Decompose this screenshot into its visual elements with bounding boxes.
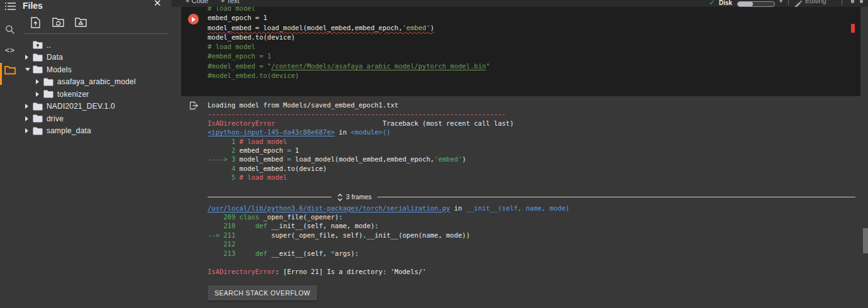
- resources-caret-icon[interactable]: ▾: [779, 0, 782, 4]
- output-line: --> 211 super(_open_file, self).__init__…: [208, 231, 855, 239]
- files-sidebar: Files ✕ ..DataModelsasafaya_arabic_model…: [20, 0, 172, 308]
- output-line: <ipython-input-145-da43c88e687e> in <mod…: [208, 128, 855, 136]
- tree-item-drive[interactable]: drive: [20, 113, 172, 125]
- output-line: ----> 3 model_embed = load_model(model_e…: [208, 155, 855, 163]
- code-segment: 4: [208, 165, 240, 172]
- tree-item-label: Models: [47, 65, 72, 74]
- add-code-button[interactable]: + Code: [186, 0, 208, 4]
- mount-drive-icon[interactable]: [74, 17, 87, 28]
- tree-item-label: Data: [47, 53, 63, 62]
- code-segment: 212: [208, 240, 240, 248]
- folder-icon: [33, 127, 43, 135]
- code-segment: super(_open_file, self).__init__(open(na…: [240, 231, 470, 239]
- code-segment: 210: [208, 222, 240, 229]
- error-squiggle-underline: model_embed = load_model(model_embed,emb…: [208, 24, 434, 31]
- chevron-right-icon[interactable]: [36, 79, 43, 84]
- refresh-files-icon[interactable]: [52, 17, 64, 28]
- code-segment: #model_embed.to(device): [208, 72, 299, 79]
- chevron-right-icon[interactable]: [25, 116, 33, 121]
- code-segment: # load model: [240, 173, 287, 181]
- chevron-down-icon[interactable]: [25, 68, 33, 71]
- code-segment: model_embed: [240, 155, 287, 163]
- chevron-right-icon[interactable]: [25, 128, 33, 133]
- files-panel-icon[interactable]: [0, 65, 20, 75]
- tree-item-models[interactable]: Models: [20, 63, 172, 76]
- file-tree: ..DataModelsasafaya_arabic_modeltokenize…: [20, 39, 172, 137]
- tree-item-data[interactable]: Data: [20, 52, 172, 64]
- code-segment: /content/Models/asafaya_arabic_model/pyt…: [271, 62, 486, 70]
- code-line: model_embed.to(device): [208, 33, 490, 42]
- code-segment: IsADirectoryError: [208, 119, 275, 127]
- output-line: IsADirectoryError: [Errno 21] Is a direc…: [208, 267, 855, 276]
- chevron-right-icon[interactable]: [36, 92, 43, 97]
- code-segment: <module>(): [351, 128, 391, 136]
- code-segment: model_embed.to(device): [208, 33, 295, 41]
- tree-item-label: drive: [47, 114, 64, 123]
- table-of-contents-icon[interactable]: [0, 2, 20, 11]
- upload-file-icon[interactable]: [29, 17, 42, 28]
- run-cell-button[interactable]: [188, 14, 199, 25]
- play-icon: [192, 17, 196, 22]
- tree-item-label: NADI2021_DEV.1.0: [47, 102, 115, 111]
- code-segment: model_embed = load_model(model_embed,emb…: [208, 24, 403, 31]
- code-segment: embed_epoch = 1: [208, 14, 267, 21]
- cell-output-icon: [189, 101, 198, 113]
- output-line: ----------------------------------------…: [208, 109, 855, 118]
- toolbar-divider: [842, 0, 842, 5]
- code-editor[interactable]: # load modelembed_epoch = 1model_embed =…: [208, 6, 490, 80]
- code-segment: 'embed': [434, 155, 462, 163]
- add-text-button[interactable]: + Text: [221, 0, 239, 4]
- code-segment: 213: [208, 250, 240, 257]
- tree-item-nadi2021-dev-1-0[interactable]: NADI2021_DEV.1.0: [20, 101, 172, 113]
- code-segment: [240, 222, 255, 229]
- frames-count-label: 3 frames: [346, 192, 372, 201]
- code-segment: in: [450, 204, 466, 212]
- separator-rule: [377, 197, 855, 197]
- traceback-link[interactable]: <ipython-input-145-da43c88e687e>: [208, 128, 335, 136]
- code-line: model_embed = load_model(model_embed,emb…: [208, 23, 490, 33]
- tree-item-tokenizer[interactable]: tokenizer: [20, 88, 172, 101]
- folder-icon: [43, 90, 53, 98]
- code-segment: in: [335, 128, 350, 136]
- output-line: 5 # load model: [208, 173, 855, 182]
- tree-item-label: tokenizer: [57, 90, 89, 99]
- code-segment: ": [486, 62, 490, 70]
- files-toolbar: [29, 17, 87, 28]
- expand-frames-button[interactable]: 3 frames: [337, 192, 372, 201]
- edit-mode-pencil-icon: [794, 0, 802, 7]
- disk-usage-fill: [738, 2, 753, 6]
- output-line: Loading model from Models/saved_embed_ep…: [208, 101, 855, 109]
- output-line: 212: [208, 239, 855, 248]
- disk-usage-bar: [737, 1, 775, 7]
- code-segment: load_model(model_embed,embed_epoch,: [295, 155, 434, 163]
- code-line: #model_embed.to(device): [208, 71, 490, 80]
- colab-app: <> Files ✕ ..DataModelsasafaya_arabic_mo…: [0, 0, 868, 308]
- traceback-link[interactable]: /usr/local/lib/python3.6/dist-packages/t…: [208, 204, 450, 212]
- toolbar-divider: [788, 0, 789, 5]
- code-line: embed_epoch = 1: [208, 13, 490, 23]
- tree-item-asafaya-arabic-model[interactable]: asafaya_arabic_model: [20, 76, 172, 89]
- page-scrollbar[interactable]: [863, 228, 868, 253]
- code-cell: # load modelembed_epoch = 1model_embed =…: [181, 6, 860, 96]
- separator-rule: [208, 197, 331, 197]
- code-line: # load model: [208, 42, 490, 52]
- search-icon[interactable]: [0, 25, 20, 35]
- chevron-right-icon[interactable]: [25, 104, 33, 109]
- code-snippets-icon[interactable]: <>: [0, 46, 20, 55]
- search-stack-overflow-button[interactable]: SEARCH STACK OVERFLOW: [208, 285, 317, 300]
- close-icon[interactable]: ✕: [153, 0, 162, 9]
- code-segment: IsADirectoryError: [208, 268, 275, 275]
- tree-item-sample-data[interactable]: sample_data: [20, 125, 172, 138]
- editing-label[interactable]: Editing: [805, 0, 826, 4]
- tree-item-label: asafaya_arabic_model: [57, 77, 136, 86]
- notebook-toolbar: + Code + Text ✓ Disk ▾ Editing: [172, 0, 868, 7]
- code-segment: Loading model from Models/saved_embed_ep…: [208, 101, 398, 109]
- tree-item--[interactable]: ..: [20, 39, 172, 52]
- chevron-right-icon[interactable]: [25, 55, 33, 60]
- code-segment: ): [462, 155, 466, 163]
- code-line: #model_embed = "/content/Models/asafaya_…: [208, 62, 490, 71]
- cell-output: Loading model from Models/saved_embed_ep…: [208, 101, 855, 300]
- output-line: 2 embed_epoch = 1: [208, 146, 855, 155]
- code-segment: class: [240, 213, 264, 221]
- code-segment: 'embed': [403, 24, 430, 31]
